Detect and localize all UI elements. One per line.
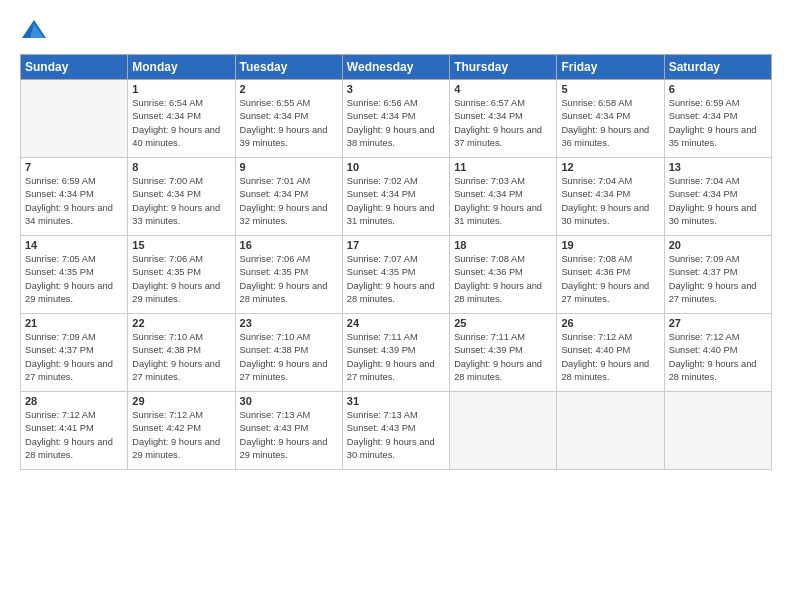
logo [20, 16, 52, 44]
week-row-4: 21Sunrise: 7:09 AMSunset: 4:37 PMDayligh… [21, 314, 772, 392]
day-cell: 22Sunrise: 7:10 AMSunset: 4:38 PMDayligh… [128, 314, 235, 392]
day-number: 30 [240, 395, 338, 407]
day-number: 6 [669, 83, 767, 95]
day-number: 7 [25, 161, 123, 173]
day-info: Sunrise: 7:06 AMSunset: 4:35 PMDaylight:… [240, 253, 338, 307]
week-row-3: 14Sunrise: 7:05 AMSunset: 4:35 PMDayligh… [21, 236, 772, 314]
day-cell: 28Sunrise: 7:12 AMSunset: 4:41 PMDayligh… [21, 392, 128, 470]
day-info: Sunrise: 7:08 AMSunset: 4:36 PMDaylight:… [454, 253, 552, 307]
day-number: 20 [669, 239, 767, 251]
day-cell: 9Sunrise: 7:01 AMSunset: 4:34 PMDaylight… [235, 158, 342, 236]
day-cell: 12Sunrise: 7:04 AMSunset: 4:34 PMDayligh… [557, 158, 664, 236]
day-info: Sunrise: 7:12 AMSunset: 4:42 PMDaylight:… [132, 409, 230, 463]
day-cell: 6Sunrise: 6:59 AMSunset: 4:34 PMDaylight… [664, 80, 771, 158]
day-cell: 10Sunrise: 7:02 AMSunset: 4:34 PMDayligh… [342, 158, 449, 236]
day-info: Sunrise: 7:12 AMSunset: 4:41 PMDaylight:… [25, 409, 123, 463]
day-cell [21, 80, 128, 158]
day-cell: 29Sunrise: 7:12 AMSunset: 4:42 PMDayligh… [128, 392, 235, 470]
day-cell: 23Sunrise: 7:10 AMSunset: 4:38 PMDayligh… [235, 314, 342, 392]
day-header-sunday: Sunday [21, 55, 128, 80]
day-cell [557, 392, 664, 470]
day-info: Sunrise: 7:09 AMSunset: 4:37 PMDaylight:… [25, 331, 123, 385]
day-cell: 31Sunrise: 7:13 AMSunset: 4:43 PMDayligh… [342, 392, 449, 470]
header-row: SundayMondayTuesdayWednesdayThursdayFrid… [21, 55, 772, 80]
day-info: Sunrise: 6:55 AMSunset: 4:34 PMDaylight:… [240, 97, 338, 151]
day-number: 19 [561, 239, 659, 251]
day-cell: 4Sunrise: 6:57 AMSunset: 4:34 PMDaylight… [450, 80, 557, 158]
day-number: 16 [240, 239, 338, 251]
day-number: 21 [25, 317, 123, 329]
day-cell: 7Sunrise: 6:59 AMSunset: 4:34 PMDaylight… [21, 158, 128, 236]
day-cell: 2Sunrise: 6:55 AMSunset: 4:34 PMDaylight… [235, 80, 342, 158]
day-cell: 24Sunrise: 7:11 AMSunset: 4:39 PMDayligh… [342, 314, 449, 392]
day-cell: 17Sunrise: 7:07 AMSunset: 4:35 PMDayligh… [342, 236, 449, 314]
day-number: 31 [347, 395, 445, 407]
day-cell: 5Sunrise: 6:58 AMSunset: 4:34 PMDaylight… [557, 80, 664, 158]
day-info: Sunrise: 7:03 AMSunset: 4:34 PMDaylight:… [454, 175, 552, 229]
day-header-thursday: Thursday [450, 55, 557, 80]
day-info: Sunrise: 7:04 AMSunset: 4:34 PMDaylight:… [561, 175, 659, 229]
day-info: Sunrise: 7:01 AMSunset: 4:34 PMDaylight:… [240, 175, 338, 229]
day-info: Sunrise: 7:12 AMSunset: 4:40 PMDaylight:… [669, 331, 767, 385]
day-number: 5 [561, 83, 659, 95]
day-cell: 21Sunrise: 7:09 AMSunset: 4:37 PMDayligh… [21, 314, 128, 392]
day-info: Sunrise: 6:57 AMSunset: 4:34 PMDaylight:… [454, 97, 552, 151]
day-number: 18 [454, 239, 552, 251]
day-number: 28 [25, 395, 123, 407]
day-number: 13 [669, 161, 767, 173]
page: SundayMondayTuesdayWednesdayThursdayFrid… [0, 0, 792, 612]
day-number: 22 [132, 317, 230, 329]
day-info: Sunrise: 7:10 AMSunset: 4:38 PMDaylight:… [132, 331, 230, 385]
day-cell: 18Sunrise: 7:08 AMSunset: 4:36 PMDayligh… [450, 236, 557, 314]
day-info: Sunrise: 7:02 AMSunset: 4:34 PMDaylight:… [347, 175, 445, 229]
day-number: 4 [454, 83, 552, 95]
day-cell: 26Sunrise: 7:12 AMSunset: 4:40 PMDayligh… [557, 314, 664, 392]
day-cell: 1Sunrise: 6:54 AMSunset: 4:34 PMDaylight… [128, 80, 235, 158]
day-info: Sunrise: 7:11 AMSunset: 4:39 PMDaylight:… [454, 331, 552, 385]
day-info: Sunrise: 7:08 AMSunset: 4:36 PMDaylight:… [561, 253, 659, 307]
day-info: Sunrise: 6:59 AMSunset: 4:34 PMDaylight:… [669, 97, 767, 151]
day-number: 1 [132, 83, 230, 95]
day-header-friday: Friday [557, 55, 664, 80]
day-info: Sunrise: 6:54 AMSunset: 4:34 PMDaylight:… [132, 97, 230, 151]
day-cell: 15Sunrise: 7:06 AMSunset: 4:35 PMDayligh… [128, 236, 235, 314]
day-header-tuesday: Tuesday [235, 55, 342, 80]
day-number: 25 [454, 317, 552, 329]
day-number: 15 [132, 239, 230, 251]
day-number: 14 [25, 239, 123, 251]
day-info: Sunrise: 7:06 AMSunset: 4:35 PMDaylight:… [132, 253, 230, 307]
day-cell: 13Sunrise: 7:04 AMSunset: 4:34 PMDayligh… [664, 158, 771, 236]
day-number: 24 [347, 317, 445, 329]
header [20, 16, 772, 44]
week-row-2: 7Sunrise: 6:59 AMSunset: 4:34 PMDaylight… [21, 158, 772, 236]
day-info: Sunrise: 7:13 AMSunset: 4:43 PMDaylight:… [347, 409, 445, 463]
day-info: Sunrise: 6:56 AMSunset: 4:34 PMDaylight:… [347, 97, 445, 151]
day-cell: 16Sunrise: 7:06 AMSunset: 4:35 PMDayligh… [235, 236, 342, 314]
day-number: 9 [240, 161, 338, 173]
day-number: 27 [669, 317, 767, 329]
day-number: 2 [240, 83, 338, 95]
day-cell: 30Sunrise: 7:13 AMSunset: 4:43 PMDayligh… [235, 392, 342, 470]
day-number: 12 [561, 161, 659, 173]
day-info: Sunrise: 7:12 AMSunset: 4:40 PMDaylight:… [561, 331, 659, 385]
day-info: Sunrise: 7:10 AMSunset: 4:38 PMDaylight:… [240, 331, 338, 385]
day-info: Sunrise: 6:58 AMSunset: 4:34 PMDaylight:… [561, 97, 659, 151]
week-row-5: 28Sunrise: 7:12 AMSunset: 4:41 PMDayligh… [21, 392, 772, 470]
day-info: Sunrise: 7:00 AMSunset: 4:34 PMDaylight:… [132, 175, 230, 229]
day-number: 10 [347, 161, 445, 173]
day-number: 8 [132, 161, 230, 173]
day-header-saturday: Saturday [664, 55, 771, 80]
day-cell: 27Sunrise: 7:12 AMSunset: 4:40 PMDayligh… [664, 314, 771, 392]
day-number: 26 [561, 317, 659, 329]
day-cell: 20Sunrise: 7:09 AMSunset: 4:37 PMDayligh… [664, 236, 771, 314]
day-info: Sunrise: 6:59 AMSunset: 4:34 PMDaylight:… [25, 175, 123, 229]
day-cell: 8Sunrise: 7:00 AMSunset: 4:34 PMDaylight… [128, 158, 235, 236]
day-header-wednesday: Wednesday [342, 55, 449, 80]
day-info: Sunrise: 7:07 AMSunset: 4:35 PMDaylight:… [347, 253, 445, 307]
day-cell [450, 392, 557, 470]
day-cell [664, 392, 771, 470]
day-cell: 19Sunrise: 7:08 AMSunset: 4:36 PMDayligh… [557, 236, 664, 314]
day-number: 29 [132, 395, 230, 407]
day-cell: 11Sunrise: 7:03 AMSunset: 4:34 PMDayligh… [450, 158, 557, 236]
calendar-table: SundayMondayTuesdayWednesdayThursdayFrid… [20, 54, 772, 470]
